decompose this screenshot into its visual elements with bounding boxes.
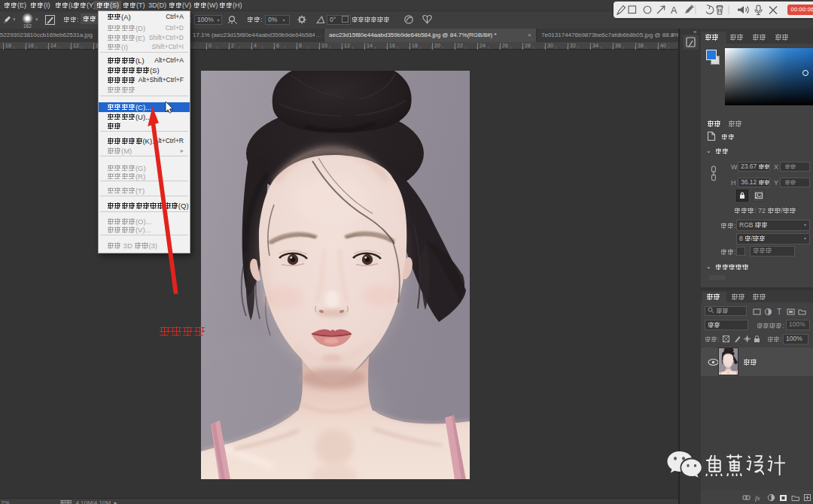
svg-text:T: T bbox=[777, 308, 781, 316]
svg-text:A: A bbox=[671, 5, 678, 16]
svg-text:fx: fx bbox=[755, 494, 760, 502]
